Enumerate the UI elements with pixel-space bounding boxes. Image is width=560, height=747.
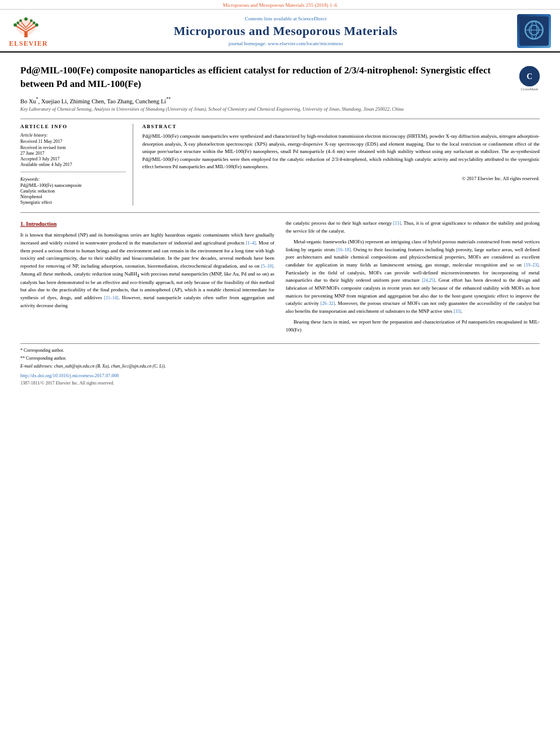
abstract-text: Pd@MIL-100(Fe) composite nanoparticles w… <box>142 133 540 171</box>
article-info-title: ARTICLE INFO <box>20 124 126 129</box>
keywords-label: Keywords: <box>20 177 126 182</box>
accepted-date: Accepted 3 July 2017 <box>20 156 126 161</box>
sciencedirect-line: Contents lists available at ScienceDirec… <box>67 16 505 21</box>
authors: Bo Xu*, Xuejiao Li, Zhiming Chen, Tao Zh… <box>20 97 540 104</box>
copyright: © 2017 Elsevier Inc. All rights reserved… <box>142 176 540 181</box>
svg-point-8 <box>14 23 17 27</box>
svg-point-11 <box>33 21 36 24</box>
body-columns: 1. Introduction It is known that nitroph… <box>20 220 540 338</box>
journal-logo-box <box>517 14 551 48</box>
keyword-3: Nitrophenol <box>20 194 126 199</box>
svg-point-10 <box>16 21 19 24</box>
footnote-corresponding1: * Corresponding author. <box>20 347 540 354</box>
divider <box>20 212 540 213</box>
keyword-1: Pd@MIL-100(Fe) nanocomposite <box>20 183 126 188</box>
issn-line: 1387-1811/© 2017 Elsevier Inc. All right… <box>20 380 540 387</box>
keyword-2: Catalytic reduction <box>20 189 126 194</box>
journal-title: Microporous and Mesoporous Materials <box>67 24 505 38</box>
col2-para3: Bearing these facts in mind, we report h… <box>286 318 540 334</box>
journal-center: Contents lists available at ScienceDirec… <box>60 16 511 46</box>
article-info-section: ARTICLE INFO Article history: Received 1… <box>20 124 133 206</box>
intro-title: 1. Introduction <box>20 220 274 229</box>
crossmark[interactable]: C CrossMark <box>519 66 540 91</box>
article-title: Pd@MIL-100(Fe) composite nanoparticles a… <box>20 64 540 91</box>
svg-point-9 <box>35 23 38 27</box>
article-info-abstract: ARTICLE INFO Article history: Received 1… <box>20 119 540 206</box>
svg-point-12 <box>19 19 22 22</box>
svg-point-14 <box>24 18 28 21</box>
received-date: Received 11 May 2017 <box>20 139 126 144</box>
footnote-email: E-mail addresses: chun_xub@ujn.edu.cn (B… <box>20 363 540 370</box>
svg-text:C: C <box>527 72 532 81</box>
body-col-right: the catalytic process due to their high … <box>286 220 540 338</box>
elsevier-logo: ELSEVIER <box>9 14 60 48</box>
article-history: Article history: Received 11 May 2017 Re… <box>20 133 126 167</box>
footnote-corresponding2: ** Corresponding author. <box>20 355 540 362</box>
history-label: Article history: <box>20 133 126 138</box>
abstract-title: ABSTRACT <box>142 124 540 129</box>
crossmark-label: CrossMark <box>519 87 540 91</box>
doi-link[interactable]: http://dx.doi.org/10.1016/j.micromeso.20… <box>20 372 540 379</box>
intro-para1: It is known that nitrophenol (NP) and it… <box>20 231 274 309</box>
journal-logo-right <box>511 14 551 48</box>
journal-header: ELSEVIER Contents lists available at Sci… <box>0 10 560 53</box>
received-revised-date: 27 June 2017 <box>20 151 126 156</box>
footnotes: * Corresponding author. ** Corresponding… <box>20 343 540 387</box>
col2-para1: the catalytic process due to their high … <box>286 220 540 235</box>
available-date: Available online 4 July 2017 <box>20 162 126 167</box>
elsevier-name: ELSEVIER <box>9 40 48 48</box>
abstract-section: ABSTRACT Pd@MIL-100(Fe) composite nanopa… <box>142 124 540 206</box>
crossmark-icon: C <box>519 66 540 86</box>
journal-homepage: journal homepage: www.elsevier.com/locat… <box>67 41 505 46</box>
affiliation: Key Laboratory of Chemical Sensing, Anal… <box>20 106 540 113</box>
journal-citation: Microporous and Mesoporous Materials 255… <box>0 0 560 10</box>
svg-point-13 <box>30 19 33 22</box>
main-content: C CrossMark Pd@MIL-100(Fe) composite nan… <box>0 53 560 392</box>
received-revised-label: Received in revised form <box>20 145 126 150</box>
body-col-left: 1. Introduction It is known that nitroph… <box>20 220 274 338</box>
keyword-4: Synergistic effect <box>20 200 126 205</box>
keywords-section: Keywords: Pd@MIL-100(Fe) nanocomposite C… <box>20 177 126 205</box>
col2-para2: Metal-organic frameworks (MOFs) represen… <box>286 238 540 315</box>
